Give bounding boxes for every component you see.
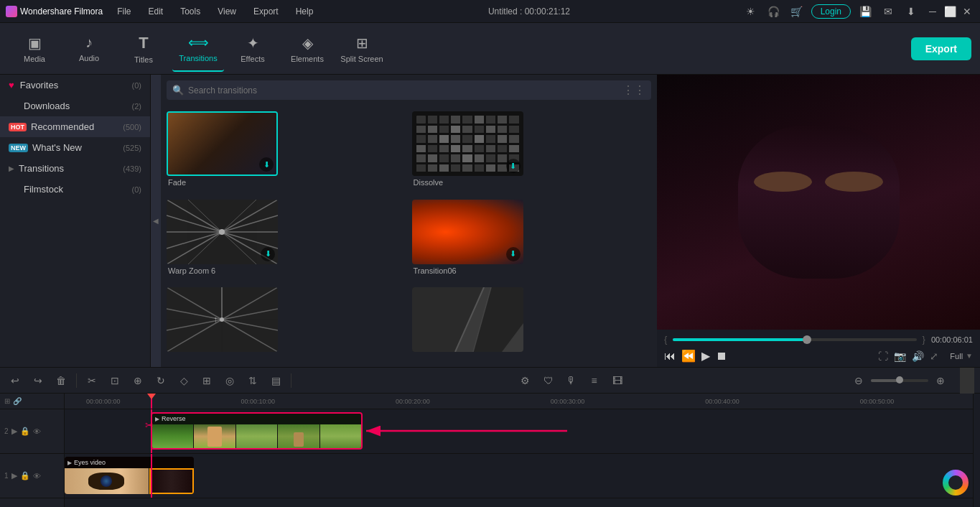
close-button[interactable]: ✕ [960, 4, 974, 19]
track2-content: ▶ Reverse [65, 409, 973, 454]
color-button[interactable]: ◎ [220, 371, 239, 390]
svg-line-5 [167, 200, 222, 232]
download-icon[interactable]: ⬇ [902, 3, 920, 20]
menu-help[interactable]: Help [293, 6, 317, 17]
sidebar-item-downloads[interactable]: Downloads (2) [0, 96, 150, 116]
preview-frame [657, 75, 980, 330]
track1-eye-icon[interactable]: 👁 [33, 472, 41, 480]
minimize-button[interactable]: ─ [925, 4, 940, 19]
stop-button[interactable]: ⏹ [716, 350, 727, 363]
menu-tools[interactable]: Tools [177, 6, 203, 17]
zoom-fit-button[interactable]: ⊕ [129, 371, 147, 390]
sidebar-item-filmstock[interactable]: Filmstock (0) [0, 179, 150, 200]
tool-transitions[interactable]: ⟺ Transitions [172, 26, 224, 72]
track2-clip-title: Reverse [162, 415, 186, 422]
track1-num: 1 [4, 472, 9, 480]
maximize-button[interactable]: ⬜ [943, 4, 957, 19]
speaker-icon[interactable]: 🔊 [912, 350, 924, 362]
main-toolbar: ▣ Media ♪ Audio T Titles ⟺ Transitions ✦… [0, 23, 980, 75]
menu-edit[interactable]: Edit [146, 6, 167, 17]
mic-icon[interactable]: 🎙 [562, 371, 581, 390]
sidebar-item-transitions[interactable]: ▶ Transitions (439) [0, 158, 150, 179]
crop-button[interactable]: ⊡ [106, 371, 124, 390]
bracket-right-icon[interactable]: } [923, 334, 925, 345]
track2-frame3 [236, 424, 278, 448]
zoom-slider[interactable] [871, 379, 928, 382]
add-track-icon[interactable]: ⊞ [4, 397, 10, 405]
sidebar-collapse-button[interactable]: ◀ [151, 75, 161, 367]
menu-export[interactable]: Export [251, 6, 281, 17]
bracket-left-icon[interactable]: { [664, 334, 667, 345]
shield-icon[interactable]: 🛡 [539, 371, 558, 390]
sidebar-item-whatsnew[interactable]: NEW What's New (525) [0, 137, 150, 158]
menu-file[interactable]: File [114, 6, 134, 17]
tool-audio[interactable]: ♪ Audio [63, 26, 115, 72]
warpzoom6-download-icon[interactable]: ⬇ [261, 247, 275, 261]
zoom-in-button[interactable]: ⊕ [931, 371, 950, 390]
transition-warpzoom2[interactable]: ↑ [167, 287, 406, 361]
audio-btn[interactable]: ▤ [266, 371, 285, 390]
transition-warpzoom6[interactable]: ⬇ Warp Zoom 6 [167, 200, 406, 282]
layout-button[interactable]: ⊞ [197, 371, 216, 390]
undo-button[interactable]: ↩ [6, 371, 24, 390]
zoom-dropdown-icon[interactable]: ▼ [966, 352, 973, 360]
cut-button[interactable]: ✂ [83, 371, 101, 390]
redo-button[interactable]: ↪ [29, 371, 47, 390]
zoom-control: ⊖ ⊕ [849, 371, 950, 390]
tool-media[interactable]: ▣ Media [9, 26, 60, 72]
cart-icon[interactable]: 🛒 [788, 3, 806, 20]
grid-toggle-icon[interactable]: ⋮⋮ [622, 83, 645, 97]
settings-icon[interactable]: ⚙ [516, 371, 535, 390]
resize-icon[interactable]: ⤢ [930, 350, 938, 362]
skip-back-button[interactable]: ⏮ [664, 350, 676, 363]
progress-track[interactable] [673, 338, 916, 341]
search-input[interactable] [188, 85, 618, 96]
track2-video-icon[interactable]: ▶ [11, 427, 17, 436]
playback-controls: ⏮ ⏪ ▶ ⏹ ⛶ 📷 🔊 ⤢ Full ▼ [664, 349, 973, 363]
film-icon[interactable]: 🎞 [608, 371, 627, 390]
tool-titles[interactable]: T Titles [118, 26, 169, 72]
sun-icon[interactable]: ☀ [742, 3, 760, 20]
track2-eye-icon[interactable]: 👁 [33, 427, 41, 436]
fade-download-icon[interactable]: ⬇ [259, 157, 274, 172]
track1-clip[interactable]: ▶ Eyes video [65, 457, 194, 494]
play-button[interactable]: ▶ [701, 349, 710, 363]
transition-dissolve[interactable]: ⬇ Dissolve [412, 111, 652, 194]
zoom-slider-fill [871, 379, 900, 382]
timeline-scrollbar[interactable] [973, 394, 980, 507]
transition-fade[interactable]: ⬇ Fade [167, 111, 406, 194]
sidebar-item-favorites[interactable]: ♥ Favorites (0) [0, 75, 150, 96]
track-headers: ⊞ 🔗 2 ▶ 🔒 👁 1 ▶ 🔒 👁 [0, 394, 65, 507]
tool-effects[interactable]: ✦ Effects [227, 26, 279, 72]
tool-splitscreen[interactable]: ⊞ Split Screen [336, 26, 388, 72]
transition-slash[interactable] [412, 287, 652, 361]
mail-icon[interactable]: ✉ [879, 3, 897, 20]
sidebar-item-recommended[interactable]: HOT Recommended (500) [0, 116, 150, 137]
track1-video-icon[interactable]: ▶ [11, 471, 17, 480]
export-button[interactable]: Export [911, 37, 971, 60]
camera-icon[interactable]: 📷 [894, 350, 906, 362]
rotate-button[interactable]: ↻ [151, 371, 170, 390]
step-back-button[interactable]: ⏪ [681, 349, 696, 363]
tool-elements[interactable]: ◈ Elements [281, 26, 333, 72]
zoom-out-button[interactable]: ⊖ [849, 371, 868, 390]
transition-t06[interactable]: ⬇ Transition06 [412, 200, 652, 282]
delete-button[interactable]: 🗑 [52, 371, 70, 390]
save-icon[interactable]: 💾 [857, 3, 874, 20]
new-badge: NEW [9, 144, 28, 152]
fullscreen-icon[interactable]: ⛶ [878, 350, 888, 362]
effects-icon: ✦ [247, 34, 259, 52]
track2-lock-icon[interactable]: 🔒 [20, 427, 30, 436]
headphone-icon[interactable]: 🎧 [765, 3, 783, 20]
link-icon[interactable]: 🔗 [13, 397, 22, 405]
sidebar-downloads-count: (2) [132, 102, 141, 111]
menu-view[interactable]: View [215, 6, 239, 17]
track1-lock-icon[interactable]: 🔒 [20, 471, 30, 480]
login-button[interactable]: Login [811, 4, 851, 19]
adjust-button[interactable]: ⇅ [243, 371, 262, 390]
list-icon[interactable]: ≡ [585, 371, 604, 390]
t06-download-icon[interactable]: ⬇ [506, 247, 521, 261]
dissolve-download-icon[interactable]: ⬇ [506, 159, 521, 173]
track2-clip[interactable]: ▶ Reverse [151, 412, 363, 450]
keyframe-button[interactable]: ◇ [174, 371, 193, 390]
